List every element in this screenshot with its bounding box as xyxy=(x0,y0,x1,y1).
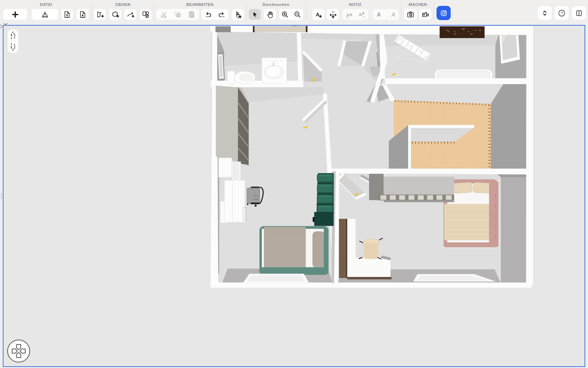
svg-text:A: A xyxy=(346,12,349,17)
svg-text:10: 10 xyxy=(332,11,334,13)
svg-text:?: ? xyxy=(561,11,563,15)
svg-text:A: A xyxy=(349,12,352,17)
svg-text:A: A xyxy=(362,11,365,15)
svg-text:A: A xyxy=(391,11,395,17)
svg-text:A: A xyxy=(377,11,381,17)
